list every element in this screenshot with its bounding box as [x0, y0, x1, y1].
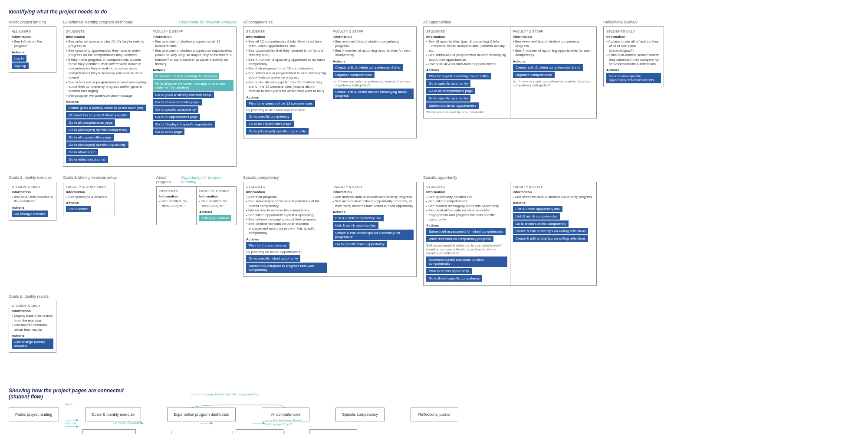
subhead-actions: Actions [66, 100, 147, 104]
btn[interactable]: Edit page content [199, 215, 231, 221]
btn[interactable]: Write reflection on competency progress [426, 236, 493, 242]
btn[interactable]: Create, edit & delete tailored messaging… [333, 89, 414, 99]
btn[interactable]: Go to linked specific competency [513, 220, 569, 227]
flow-section: Showing how the project pages are connec… [9, 388, 859, 434]
btn[interactable]: Plan for this competency [246, 242, 289, 249]
btn[interactable]: Go to about page [66, 149, 98, 155]
card-group-opportunities: STUDENTS Information See all opportuniti… [423, 26, 597, 118]
btn[interactable]: Go to goals & identity exercise setup [153, 92, 214, 98]
btn[interactable]: Submit additional opportunities [426, 102, 479, 109]
btn[interactable]: Can change (some) answers [12, 339, 53, 349]
info-item: See a visualization (spider chart?) of w… [246, 80, 327, 94]
subhead-info: Information [12, 35, 53, 39]
flow-box-all-opp: All opportunities [236, 429, 283, 434]
btn[interactable]: Edit & delete competency info [333, 215, 384, 221]
btn[interactable]: Create & edit advice/tips on writing ref… [513, 235, 589, 242]
btn[interactable]: Link & unlink competencies [513, 213, 560, 220]
btn[interactable]: Go to all competencies page [153, 99, 202, 105]
card-goals-results: STUDENTS ONLY Information Display back t… [9, 301, 56, 353]
info-item: See all opportunities (past & upcoming) … [426, 39, 507, 53]
info-item: See detailed data of student competency … [333, 195, 414, 199]
info-item: Calendar view for time-based opportuniti… [426, 62, 507, 66]
btn[interactable]: Go to (displayed) specific competency [66, 127, 130, 133]
info-list: See overview/data of student competency … [513, 39, 594, 58]
btn[interactable]: Nominate/submit additional unlinked comp… [426, 256, 507, 267]
subhead-info: Information [246, 35, 327, 39]
info-item: See selected competencies (3-4?) they're… [66, 39, 147, 49]
subhead-info: Information [333, 190, 414, 194]
col-title: Reflections journal? [603, 20, 664, 24]
btn[interactable]: Go to specific linked opportunity [246, 255, 300, 262]
info-item: See all 12 competencies & info: How to a… [246, 39, 327, 49]
role: STUDENTS ONLY [12, 304, 53, 308]
subhead-info: Information [12, 309, 53, 313]
btn[interactable]: Go to specific competency [153, 106, 199, 113]
btn[interactable]: Go to about page [153, 128, 185, 135]
subhead-actions: Actions [66, 201, 112, 205]
btn[interactable]: Plan to do this opportunity [426, 268, 472, 274]
subhead-info: Information [513, 35, 594, 39]
btn[interactable]: Go through exercise [12, 210, 48, 217]
btn[interactable]: Go to specific opportunity [426, 95, 470, 102]
info-list: See questions & answers [66, 195, 112, 199]
btn[interactable]: Go to specific linked opportunity [333, 241, 387, 247]
btn[interactable]: Go to all competencies page [66, 119, 115, 126]
info-item: See an overview of linked opportunity pr… [333, 199, 414, 208]
btn[interactable]: Create, edit, & delete competencies & in… [513, 64, 583, 71]
info-list: See detailed info about program [159, 199, 194, 208]
btn[interactable]: Plan for any/each of the 12 competencies [246, 100, 315, 107]
info-list: See all 12 competencies & info: How to a… [246, 39, 327, 94]
flow-box-goals-res: Goals & Identity results [82, 429, 136, 434]
btn[interactable]: Create, edit, & delete competencies & in… [333, 64, 403, 71]
subhead-info: Information [246, 190, 327, 194]
btn-login[interactable]: Log in [12, 55, 26, 62]
btn[interactable]: Organize competencies [513, 72, 555, 78]
info-item: Links to in-context section where they s… [606, 53, 661, 66]
btn[interactable]: Create & edit advice/tips on submitting … [333, 230, 414, 240]
flow-row-2: can only do once? can click between link… [82, 429, 859, 434]
btn[interactable]: Customize banner or image for program [153, 73, 220, 79]
btn[interactable]: Go to all opportunities page [246, 121, 294, 127]
btn[interactable]: Go to linked specific competency [426, 275, 482, 282]
info-item: See X number of upcoming opportunities f… [513, 49, 594, 58]
subhead-actions: Actions [426, 68, 507, 72]
card-opp-faculty: FACULTY & STAFF Information See overview… [510, 26, 597, 118]
btn-signup[interactable]: Sign up [12, 62, 29, 69]
col-title: Specific opportunity [423, 175, 597, 180]
subhead-info: Information [159, 194, 194, 198]
subhead-actions: Actions [333, 210, 414, 214]
subhead-info: Information [66, 35, 147, 39]
card-goals-exercise: STUDENTS ONLY Information Info about thi… [9, 182, 56, 221]
btn[interactable]: Plan for any/all upcoming opportunities [426, 73, 491, 79]
btn[interactable]: Submit request/proof to progress tiers w… [246, 263, 327, 273]
btn[interactable]: Go to specific opportunity [426, 80, 470, 87]
btn[interactable]: Submit self-assessment for linked compet… [426, 228, 506, 235]
btn[interactable]: Write program welcome message or overvie… [153, 80, 234, 91]
btn[interactable]: Go to (displayed) specific opportunity [66, 141, 128, 148]
flow-box-reflections: Reflections journal [411, 408, 458, 421]
btn[interactable]: Organize competencies [333, 72, 375, 78]
btn[interactable]: (If taken) Go to goals & identity result… [66, 112, 130, 118]
note: Ie. If there are sub competencies, maybe… [513, 79, 594, 87]
card-goals-setup: FACULTY & STAFF ONLY Information See que… [63, 182, 115, 216]
info-item: See overview/data of student competency … [333, 39, 414, 49]
btn[interactable]: Go to specific competency [246, 113, 292, 120]
subhead-actions: Actions [12, 334, 53, 338]
btn[interactable]: Go to all competencies page [426, 88, 475, 94]
btn[interactable]: Go to all opportunities page [153, 114, 201, 120]
btn[interactable]: Initiate goals & identity exercise (if n… [66, 105, 146, 111]
info-item: Info on how to achieve this competency [246, 208, 327, 213]
btn[interactable]: Edit & delete opportunity info [513, 206, 562, 212]
info-item: See info about the program [12, 39, 53, 49]
btn[interactable]: Go to reflections journal [66, 156, 108, 163]
btn[interactable]: Go to review specific opportunity self-a… [606, 73, 661, 83]
btn[interactable]: Go to (displayed) specific opportunity [153, 121, 215, 128]
btn[interactable]: Edit exercise [66, 206, 91, 212]
btn[interactable]: Go to all opportunities page [66, 134, 114, 141]
btn[interactable]: Go to (displayed) specific opportunity [246, 128, 309, 135]
btn[interactable]: Link & unlink opportunities [333, 222, 378, 229]
info-list: See overview/data of student competency … [333, 39, 414, 58]
card-group-spec-opp: STUDENTS Information See opportunity det… [423, 182, 597, 286]
col-title-landing: Public project landing [9, 20, 56, 24]
btn[interactable]: Create & edit advice/tips on writing ref… [513, 228, 589, 234]
